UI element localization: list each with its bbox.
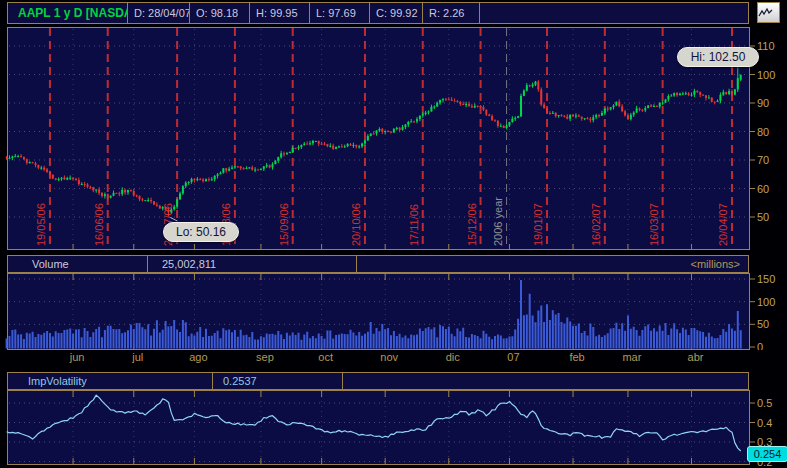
svg-text:20/10/06: 20/10/06 xyxy=(350,203,362,246)
month-label: jun xyxy=(60,351,94,363)
volume-units-note: <millions> xyxy=(357,256,748,272)
volume-value: 25,002,811 xyxy=(148,256,357,272)
svg-text:0.4: 0.4 xyxy=(757,417,772,429)
volume-axis: 150100500 xyxy=(750,273,775,350)
svg-text:50: 50 xyxy=(757,211,769,223)
impvolatility-header: ImpVolatility 0.2537 xyxy=(7,372,749,390)
svg-text:16/03/07: 16/03/07 xyxy=(648,203,660,246)
impvol-current-badge: 0.254 xyxy=(747,446,787,462)
month-label: sep xyxy=(248,351,282,363)
svg-text:15/12/06: 15/12/06 xyxy=(466,203,478,246)
high-annotation-tooltip: Hi: 102.50 xyxy=(677,47,759,67)
svg-text:17/11/06: 17/11/06 xyxy=(408,204,420,246)
header-field-date: D: 28/04/07 xyxy=(128,3,190,23)
volume-chart-panel[interactable]: 150100500 xyxy=(0,273,787,350)
month-label: nov xyxy=(372,351,406,363)
header-spacer xyxy=(480,3,748,23)
month-label: abr xyxy=(679,351,713,363)
impvolatility-value: 0.2537 xyxy=(213,373,343,389)
volume-label: Volume xyxy=(8,256,148,272)
month-label: 07 xyxy=(496,351,530,363)
month-label: ago xyxy=(181,351,215,363)
svg-text:80: 80 xyxy=(757,126,769,138)
svg-text:150: 150 xyxy=(757,273,775,285)
month-label: mar xyxy=(615,351,649,363)
symbol-title[interactable]: AAPL 1 y D [NASDAQ] xyxy=(8,3,128,23)
trading-chart-app: AAPL 1 y D [NASDAQ] D: 28/04/07 O: 98.18… xyxy=(0,0,787,468)
svg-text:90: 90 xyxy=(757,97,769,109)
header-field-range: R: 2.26 xyxy=(423,3,480,23)
month-label: dic xyxy=(436,351,470,363)
svg-text:2006 year: 2006 year xyxy=(492,197,504,246)
header-field-close: C: 99.92 xyxy=(370,3,423,23)
header-field-high: H: 99.95 xyxy=(250,3,310,23)
volume-header: Volume 25,002,811 <millions> xyxy=(7,255,749,273)
svg-text:0: 0 xyxy=(757,341,763,350)
svg-text:16/06/06: 16/06/06 xyxy=(93,203,105,246)
month-label: jul xyxy=(121,351,155,363)
price-axis: 1101009080706050 xyxy=(750,40,775,223)
time-axis-months: junjulagosepoctnovdic07febmarabr xyxy=(0,350,787,367)
header-field-open: O: 98.18 xyxy=(190,3,250,23)
line-chart-icon xyxy=(758,7,773,18)
svg-text:100: 100 xyxy=(757,296,775,308)
chart-style-button[interactable] xyxy=(757,2,780,23)
svg-text:100: 100 xyxy=(757,69,775,81)
svg-text:16/02/07: 16/02/07 xyxy=(590,203,602,246)
impvolatility-spacer xyxy=(343,373,748,389)
header-field-low: L: 97.69 xyxy=(310,3,370,23)
svg-text:110: 110 xyxy=(757,40,775,52)
impvolatility-label: ImpVolatility xyxy=(8,373,213,389)
svg-text:19/01/07: 19/01/07 xyxy=(532,203,544,246)
svg-text:50: 50 xyxy=(757,318,769,330)
price-chart-panel[interactable]: 19/05/0616/06/0621/07/0618/08/0615/09/06… xyxy=(0,25,787,252)
svg-text:20/04/07: 20/04/07 xyxy=(717,203,729,246)
month-label: oct xyxy=(309,351,343,363)
impvolatility-chart-panel[interactable]: 0.50.40.30.2 xyxy=(0,390,787,468)
svg-text:19/05/06: 19/05/06 xyxy=(35,203,47,246)
svg-text:0.5: 0.5 xyxy=(757,397,772,409)
svg-text:70: 70 xyxy=(757,154,769,166)
svg-text:15/09/06: 15/09/06 xyxy=(278,203,290,246)
month-label: feb xyxy=(560,351,594,363)
low-annotation-tooltip: Lo: 50.16 xyxy=(163,222,239,242)
chart-header: AAPL 1 y D [NASDAQ] D: 28/04/07 O: 98.18… xyxy=(7,2,749,24)
svg-text:60: 60 xyxy=(757,183,769,195)
